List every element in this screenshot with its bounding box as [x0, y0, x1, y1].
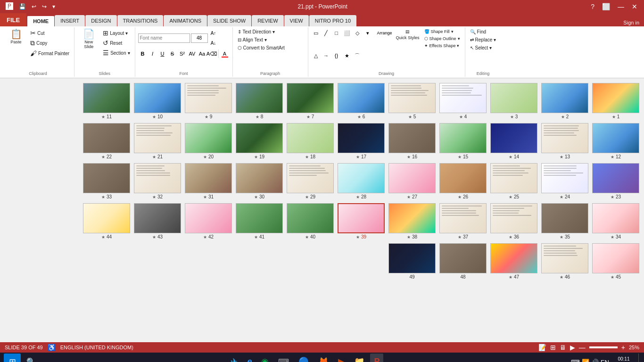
taskbar-media[interactable]: ▶ — [334, 354, 348, 362]
tab-insert[interactable]: INSERT — [55, 15, 85, 26]
presenter-view-icon[interactable]: ▶ — [570, 344, 575, 351]
slide-thumb-18[interactable] — [287, 123, 334, 153]
tab-review[interactable]: REVIEW — [252, 15, 283, 26]
shape-arrow-button[interactable]: → — [322, 51, 331, 60]
shape-fill-button[interactable]: 🪣 Shape Fill ▾ — [422, 28, 462, 35]
tab-home[interactable]: HOME — [27, 15, 54, 26]
tab-nitro[interactable]: NITRO PRO 10 — [309, 15, 356, 26]
shape-effects-button[interactable]: ✦ Effects Shape ▾ — [422, 42, 462, 49]
select-button[interactable]: ↖ Select ▾ — [468, 44, 494, 51]
slide-thumb-35[interactable] — [541, 203, 588, 233]
clock[interactable]: 00:11 08/04/2020 — [612, 356, 636, 362]
slide-thumb-42[interactable] — [185, 203, 232, 233]
help-button[interactable]: ? — [588, 3, 597, 10]
slide-thumb-45[interactable] — [592, 243, 639, 273]
shape-star-button[interactable]: ★ — [342, 51, 352, 60]
decrease-font-button[interactable]: A↓ — [209, 38, 218, 48]
layout-button[interactable]: ⊞ Layout ▾ — [101, 28, 132, 38]
new-slide-button[interactable]: 📄 NewSlide — [77, 28, 100, 50]
slide-thumb-44[interactable] — [83, 203, 130, 233]
slide-thumb-8[interactable] — [236, 83, 283, 113]
undo-button[interactable]: ↩ — [30, 2, 38, 11]
slide-thumb-38[interactable] — [388, 203, 436, 233]
taskbar-keyboard[interactable]: ⌨ — [274, 354, 293, 362]
grid-view-icon[interactable]: ⊞ — [550, 344, 556, 351]
slide-thumb-37[interactable] — [439, 203, 487, 233]
slide-view-icon[interactable]: 🖥 — [560, 344, 566, 351]
start-button[interactable]: ⊞ — [4, 354, 21, 362]
slide-thumb-9[interactable] — [185, 83, 232, 113]
tab-animations[interactable]: ANIMATIONS — [164, 15, 207, 26]
zoom-out-icon[interactable]: — — [579, 344, 586, 351]
slide-thumb-5[interactable] — [388, 83, 436, 113]
slide-thumb-14[interactable] — [490, 123, 537, 153]
keyboard-lang-icon[interactable]: ⌨ — [571, 359, 580, 362]
restore-button[interactable]: ⬜ — [599, 3, 613, 10]
shape-rect-button[interactable]: ▭ — [311, 28, 321, 38]
slide-thumb-47[interactable] — [490, 243, 537, 273]
close-button[interactable]: ✕ — [629, 3, 640, 10]
strikethrough-button[interactable]: S — [168, 49, 177, 58]
reset-button[interactable]: ↺ Reset — [101, 38, 132, 48]
taskbar-telegram[interactable]: ✈ — [227, 354, 241, 362]
notes-view-icon[interactable]: 📝 — [538, 344, 546, 351]
find-button[interactable]: 🔍 Find — [468, 28, 488, 35]
tab-slideshow[interactable]: SLIDE SHOW — [207, 15, 251, 26]
taskbar-ie[interactable]: e — [243, 354, 256, 362]
slide-thumb-33[interactable] — [83, 163, 130, 193]
slide-thumb-39[interactable] — [338, 203, 385, 233]
taskbar-green-app[interactable]: ◉ — [257, 354, 272, 362]
slide-thumb-31[interactable] — [185, 163, 232, 193]
taskbar-firefox[interactable]: 🦊 — [314, 354, 332, 362]
slide-thumb-40[interactable] — [287, 203, 334, 233]
slide-thumb-12[interactable] — [592, 123, 639, 153]
arrange-button[interactable]: Arrange — [376, 28, 393, 38]
slide-thumb-25[interactable] — [490, 163, 537, 193]
bold-button[interactable]: B — [138, 49, 148, 58]
shape-rect2-button[interactable]: □ — [332, 28, 341, 38]
slide-thumb-48[interactable] — [439, 243, 487, 273]
slide-thumb-17[interactable] — [338, 123, 385, 153]
lang-indicator[interactable]: EN — [601, 359, 609, 362]
shape-line-button[interactable]: ╱ — [322, 28, 331, 38]
replace-button[interactable]: ⇄ Replace ▾ — [468, 36, 498, 43]
slide-thumb-10[interactable] — [134, 83, 181, 113]
slide-thumb-4[interactable] — [439, 83, 487, 113]
slide-thumb-3[interactable] — [490, 83, 537, 113]
taskbar-search[interactable]: 🔍 — [23, 354, 40, 362]
slide-thumb-20[interactable] — [185, 123, 232, 153]
taskbar-explorer[interactable]: 📁 — [350, 354, 368, 362]
slide-thumb-16[interactable] — [388, 123, 436, 153]
font-name-input[interactable] — [138, 33, 190, 43]
save-button[interactable]: 💾 — [17, 2, 28, 11]
slide-thumb-6[interactable] — [338, 83, 385, 113]
slide-thumb-26[interactable] — [439, 163, 487, 193]
slide-thumb-29[interactable] — [287, 163, 334, 193]
tab-file[interactable]: FILE — [0, 13, 26, 26]
quick-styles-button[interactable]: ▤ Quick Styles — [394, 28, 421, 49]
convert-smartart-button[interactable]: ⬡ Convert to SmartArt — [236, 44, 287, 51]
align-text-button[interactable]: ⊟ Align Text ▾ — [236, 36, 269, 43]
shape-more-button[interactable]: ▾ — [363, 28, 372, 38]
slide-thumb-49[interactable] — [388, 243, 436, 273]
slide-thumb-19[interactable] — [236, 123, 283, 153]
slide-thumb-41[interactable] — [236, 203, 283, 233]
slide-thumb-21[interactable] — [134, 123, 181, 153]
slide-thumb-11[interactable] — [83, 83, 130, 113]
slide-thumb-15[interactable] — [439, 123, 487, 153]
shape-round-button[interactable]: ⬜ — [342, 28, 352, 38]
zoom-slider[interactable] — [589, 346, 618, 348]
clear-formatting-button[interactable]: A⌫ — [207, 49, 217, 58]
slide-thumb-23[interactable] — [592, 163, 639, 193]
format-painter-button[interactable]: 🖌 Format Painter — [28, 49, 71, 58]
shape-outline-button[interactable]: ⬡ Shape Outline ▾ — [422, 35, 462, 42]
slide-thumb-30[interactable] — [236, 163, 283, 193]
slide-thumb-27[interactable] — [388, 163, 436, 193]
taskbar-chrome[interactable]: 🔵 — [295, 354, 313, 362]
shape-curve-button[interactable]: ⌒ — [353, 51, 362, 60]
taskbar-powerpoint[interactable]: P — [370, 354, 383, 362]
increase-font-button[interactable]: A↑ — [209, 28, 218, 38]
slide-thumb-13[interactable] — [541, 123, 588, 153]
accessibility-icon[interactable]: ♿ — [48, 344, 56, 351]
text-direction-button[interactable]: ⇕ Text Direction ▾ — [236, 28, 277, 35]
